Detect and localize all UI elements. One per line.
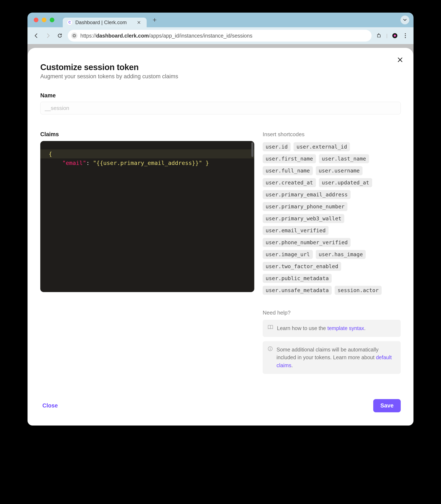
- browser-tab[interactable]: C Dashboard | Clerk.com: [63, 18, 147, 27]
- address-bar: https://dashboard.clerk.com/apps/app_id/…: [28, 27, 413, 44]
- nav-back-icon[interactable]: [32, 32, 40, 39]
- window-minimize[interactable]: [42, 18, 46, 22]
- shortcode-chip[interactable]: user.updated_at: [319, 178, 372, 187]
- svg-point-3: [394, 35, 396, 37]
- help-text-1: Learn how to use the template syntax.: [277, 324, 366, 332]
- shortcode-chip[interactable]: user.created_at: [263, 178, 316, 187]
- nav-reload-icon[interactable]: [56, 32, 63, 39]
- new-tab-button[interactable]: [151, 16, 158, 24]
- window-controls: [34, 18, 54, 22]
- code-key: "email": [62, 160, 86, 166]
- shortcode-chip[interactable]: user.username: [316, 166, 363, 175]
- svg-point-4: [405, 33, 406, 34]
- shortcode-chip[interactable]: user.image_url: [263, 250, 313, 259]
- shortcode-chip[interactable]: user.email_verified: [263, 226, 329, 235]
- shortcode-chip[interactable]: user.id: [263, 142, 291, 151]
- template-syntax-link[interactable]: template syntax: [327, 325, 364, 331]
- modal-subtitle: Augment your session tokens by adding cu…: [40, 73, 401, 80]
- claims-label: Claims: [40, 131, 254, 138]
- book-icon: [268, 325, 273, 332]
- shortcodes-list: user.iduser.external_iduser.first_nameus…: [263, 142, 401, 295]
- url-box[interactable]: https://dashboard.clerk.com/apps/app_id/…: [68, 30, 372, 42]
- shortcode-chip[interactable]: user.first_name: [263, 154, 316, 163]
- shortcode-chip[interactable]: user.public_metadata: [263, 274, 332, 283]
- svg-point-1: [74, 35, 75, 36]
- window-maximize[interactable]: [50, 18, 54, 22]
- name-label: Name: [40, 92, 401, 99]
- window-close[interactable]: [34, 18, 38, 22]
- shortcodes-title: Insert shortcodes: [263, 131, 401, 138]
- shortcode-chip[interactable]: user.external_id: [294, 142, 350, 151]
- shortcode-chip[interactable]: user.phone_number_verified: [263, 238, 351, 247]
- shortcode-chip[interactable]: user.primary_web3_wallet: [263, 214, 344, 223]
- code-brace-close: }: [205, 160, 209, 166]
- shortcode-chip[interactable]: user.primary_email_address: [263, 190, 351, 199]
- modal-close-icon[interactable]: [397, 57, 403, 63]
- close-button[interactable]: Close: [40, 399, 60, 412]
- nav-forward-icon: [44, 32, 52, 39]
- shortcode-chip[interactable]: user.two_factor_enabled: [263, 262, 341, 271]
- session-token-modal: Customize session token Augment your ses…: [28, 48, 413, 425]
- svg-rect-9: [270, 348, 271, 350]
- shortcode-chip[interactable]: user.last_name: [319, 154, 369, 163]
- code-value: "{{user.primary_email_address}}": [93, 160, 202, 166]
- shortcode-chip[interactable]: session.actor: [335, 286, 382, 295]
- extensions-icon[interactable]: [376, 32, 382, 39]
- editor-scrollbar[interactable]: [251, 142, 253, 157]
- svg-point-5: [405, 35, 406, 36]
- modal-footer: Close Save: [40, 399, 401, 412]
- help-text-2: Some additional claims will be automatic…: [277, 346, 396, 369]
- shortcode-chip[interactable]: user.unsafe_metadata: [263, 286, 332, 295]
- name-input[interactable]: [40, 102, 401, 114]
- help-default-claims: Some additional claims will be automatic…: [263, 341, 401, 374]
- save-button[interactable]: Save: [373, 399, 401, 412]
- svg-point-6: [405, 37, 406, 38]
- tab-close-icon[interactable]: [135, 20, 142, 25]
- profile-avatar[interactable]: [392, 32, 398, 39]
- svg-point-8: [270, 347, 270, 348]
- help-title: Need help?: [263, 310, 401, 316]
- tabs-dropdown[interactable]: [400, 16, 409, 24]
- claims-editor[interactable]: { "email": "{{user.primary_email_address…: [40, 141, 254, 292]
- tab-title: Dashboard | Clerk.com: [75, 19, 132, 25]
- url-text: https://dashboard.clerk.com/apps/app_id/…: [80, 33, 252, 39]
- shortcode-chip[interactable]: user.primary_phone_number: [263, 202, 347, 211]
- shortcode-chip[interactable]: user.has_image: [316, 250, 366, 259]
- modal-title: Customize session token: [40, 63, 401, 72]
- tab-bar: C Dashboard | Clerk.com: [28, 13, 413, 27]
- info-icon: [268, 346, 273, 369]
- browser-window: C Dashboard | Clerk.com: [28, 13, 413, 425]
- browser-menu-icon[interactable]: [402, 32, 409, 39]
- code-brace-open: {: [49, 151, 52, 157]
- site-info-icon[interactable]: [71, 32, 78, 39]
- viewport: Customize session token Augment your ses…: [28, 44, 413, 425]
- separator: |: [386, 33, 388, 38]
- tab-favicon: C: [67, 20, 72, 25]
- help-template-syntax: Learn how to use the template syntax.: [263, 320, 401, 337]
- shortcode-chip[interactable]: user.full_name: [263, 166, 313, 175]
